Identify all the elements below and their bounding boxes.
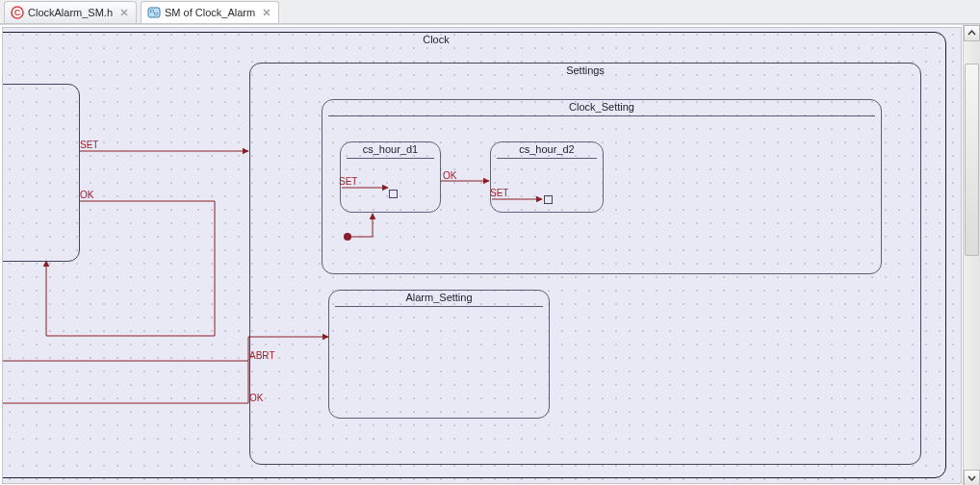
state-cs-hour-d1[interactable]: cs_hour_d1 xyxy=(340,141,441,213)
title-divider xyxy=(335,306,543,307)
state-title: Clock_Setting xyxy=(322,99,881,115)
tab-clockalarm-h[interactable]: C ClockAlarm_SM.h xyxy=(4,1,137,23)
state-alarm-setting[interactable]: Alarm_Setting xyxy=(328,290,550,419)
title-divider xyxy=(497,158,597,159)
close-icon[interactable] xyxy=(118,7,130,18)
state-title: Clock xyxy=(2,32,945,47)
chevron-down-icon xyxy=(967,473,976,482)
scroll-thumb[interactable] xyxy=(965,64,979,256)
tab-bar: C ClockAlarm_SM.h SM of Clock_Alarm xyxy=(0,0,980,24)
scroll-down-button[interactable] xyxy=(964,470,980,485)
diagram-canvas[interactable]: Clock Settings Clock_Setting cs_hour_d1 xyxy=(2,27,962,484)
close-icon[interactable] xyxy=(261,7,272,18)
svg-text:C: C xyxy=(14,8,21,17)
tab-label: ClockAlarm_SM.h xyxy=(28,7,113,18)
state-title: Settings xyxy=(250,63,920,78)
title-divider xyxy=(347,158,434,159)
sub-box xyxy=(389,190,398,198)
scroll-up-button[interactable] xyxy=(964,25,980,41)
svg-rect-2 xyxy=(148,8,160,17)
state-title: Alarm_Setting xyxy=(329,290,549,305)
vertical-scrollbar[interactable] xyxy=(963,25,980,485)
chevron-up-icon xyxy=(967,29,976,38)
editor-area: Clock Settings Clock_Setting cs_hour_d1 xyxy=(0,24,980,485)
tab-label: SM of Clock_Alarm xyxy=(165,7,255,18)
state-left-cropped[interactable] xyxy=(2,84,80,262)
svg-rect-3 xyxy=(151,11,154,13)
sm-diagram-icon xyxy=(147,6,161,19)
title-divider xyxy=(328,115,875,116)
tab-sm-of-clock-alarm[interactable]: SM of Clock_Alarm xyxy=(141,1,279,23)
c-file-icon: C xyxy=(11,6,24,19)
state-title: cs_hour_d2 xyxy=(491,141,603,157)
svg-rect-4 xyxy=(155,13,158,15)
state-title: cs_hour_d1 xyxy=(341,141,440,157)
sub-box xyxy=(544,195,553,204)
